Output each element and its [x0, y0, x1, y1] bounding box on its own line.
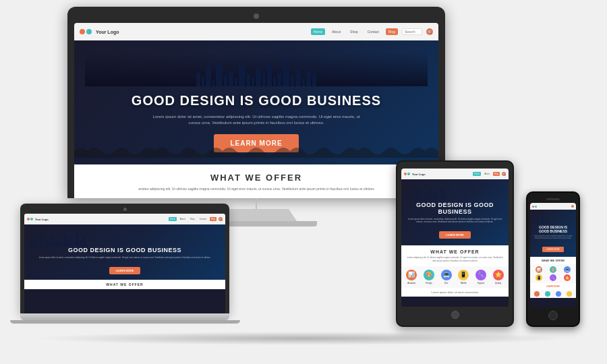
tablet-learn-more-button[interactable]: LEARN MORE [439, 231, 471, 239]
phone-learn-more-button[interactable]: LEARN MORE [542, 247, 564, 252]
monitor-what-we-offer-title: WHAT WE OFFER [85, 173, 428, 183]
phone-icon-design: 🎨 [550, 266, 556, 273]
phone-hero-text: Lorem ipsum dolor sit amet, consectetur … [533, 235, 573, 239]
laptop-nav-blog[interactable]: Blog [210, 217, 216, 221]
nav-shop[interactable]: Shop [347, 28, 361, 35]
laptop-hero-title: GOOD DESIGN IS GOOD BUSINESS [30, 247, 220, 253]
tablet-secondary-text: Lorem ipsum dolor sit amet consectetur [404, 291, 506, 294]
nav-contact[interactable]: Contact [365, 28, 382, 35]
device-shadow [34, 332, 573, 345]
monitor-hero-title: GOOD DESIGN IS GOOD BUSINESS [85, 93, 428, 109]
desktop-monitor: Your Logo Home About Shop Contact Blog 🔍 [67, 7, 445, 226]
phone-sec-icon-1 [534, 291, 540, 297]
nav-about[interactable]: About [329, 28, 343, 35]
laptop-hero-text: Lorem ipsum dolor sit amet, consectetur … [30, 256, 220, 259]
phone-sec-icon-3 [556, 291, 561, 297]
phone-sec-icon-2 [545, 291, 550, 297]
laptop-search-icon[interactable]: 🔍 [219, 217, 223, 221]
tablet-what-we-offer-title: WHAT WE OFFER [407, 249, 503, 254]
phone-support-icon: 🔧 [550, 274, 556, 281]
tablet-logo-teal [407, 173, 410, 175]
tablet-dev-icon: 💻 [441, 270, 452, 280]
tablet-quality-label: Quality [495, 282, 501, 284]
phone-what-we-offer: WHAT WE OFFER [530, 257, 576, 264]
phone-secondary-icons [530, 290, 576, 298]
tablet-home-button[interactable] [451, 311, 459, 319]
phone-search-icon[interactable]: 🔍 [571, 205, 574, 208]
monitor-what-we-offer: WHAT WE OFFER ectetur adipiscing elit. U… [74, 164, 438, 198]
laptop-logo-text: Your Logo [35, 218, 49, 221]
laptop-base [10, 320, 240, 324]
laptop-nav-shop[interactable]: Shop [189, 217, 196, 221]
phone-icon-mobile: 📱 [536, 274, 542, 281]
tablet-body: Your Logo Home About Blog 🔍 [396, 160, 514, 327]
phone-sec-icon-4 [567, 291, 572, 297]
tablet-logo-text: Your Logo [412, 173, 426, 176]
phone-design-icon: 🎨 [550, 266, 556, 273]
phone-logo-teal [535, 206, 537, 208]
laptop-screen: Your Logo Home About Shop Contact Blog 🔍 [24, 214, 225, 313]
laptop-logo-orange [27, 218, 30, 220]
phone-icon-dev: 💻 [564, 266, 571, 273]
laptop-hero: GOOD DESIGN IS GOOD BUSINESS Lorem ipsum… [24, 224, 225, 280]
tablet-design-icon: 🎨 [424, 270, 434, 280]
monitor-hero-text: Lorem ipsum dolor sit amet, consectetur … [148, 114, 364, 126]
tablet-hero-text: Lorem ipsum dolor sit amet, consectetur … [407, 218, 503, 223]
phone-logo [532, 206, 537, 208]
laptop-nav-about[interactable]: About [179, 217, 187, 221]
laptop-learn-more-button[interactable]: LEARN MORE [109, 267, 141, 274]
tablet-quality-icon: ⭐ [493, 270, 504, 280]
search-icon[interactable]: 🔍 [426, 28, 433, 35]
tablet-icon-quality: ⭐ Quality [493, 270, 504, 284]
monitor-camera [254, 13, 259, 19]
tablet-icon-support: 🔧 Support [475, 270, 486, 284]
tablet-support-label: Support [478, 282, 485, 284]
tablet-icon-mobile: 📱 Mobile [458, 270, 469, 284]
tablet-mobile-icon: 📱 [458, 270, 469, 280]
phone-icons-section: 📊 🎨 💻 📱 🔧 [530, 264, 576, 283]
tablet-nav-home[interactable]: Home [473, 172, 481, 176]
laptop-nav-home[interactable]: Home [169, 217, 177, 221]
tablet-nav-blog[interactable]: Blog [493, 172, 500, 176]
phone-screen: 🔍 GOOD DESIGN ISGOOD BUSINESS [530, 203, 576, 307]
tablet-icon-analytics: 📊 Analytics [406, 270, 417, 284]
phone-speaker [546, 198, 560, 200]
monitor-screen: Your Logo Home About Shop Contact Blog 🔍 [74, 23, 438, 198]
phone-quality-icon: ⭐ [564, 274, 571, 281]
laptop-screen-wrapper: Your Logo Home About Shop Contact Blog 🔍 [20, 204, 229, 313]
laptop-nav: Your Logo Home About Shop Contact Blog 🔍 [24, 214, 225, 224]
tablet-icon-dev: 💻 Dev [441, 270, 452, 284]
phone-mobile-icon: 📱 [536, 274, 542, 281]
tablet: Your Logo Home About Blog 🔍 [396, 160, 514, 327]
tablet-icons-section: 📊 Analytics 🎨 Design 💻 Dev 📱 Mobile [401, 266, 509, 288]
monitor-pole [256, 198, 257, 209]
tablet-analytics-label: Analytics [407, 282, 415, 284]
phone: 🔍 GOOD DESIGN ISGOOD BUSINESS [526, 191, 580, 327]
tablet-what-we-offer-text: ectetur adipiscing elit. Ut ultrices sag… [407, 256, 503, 262]
nav-home[interactable]: Home [311, 28, 325, 35]
logo-teal-circle [86, 29, 92, 34]
tablet-screen: Your Logo Home About Blog 🔍 [401, 169, 509, 307]
monitor-what-we-offer-text: ectetur adipiscing elit. Ut ultrices sag… [85, 187, 428, 192]
laptop-nav-contact[interactable]: Contact [198, 217, 208, 221]
logo-orange-circle [80, 29, 85, 34]
monitor-nav: Your Logo Home About Shop Contact Blog 🔍 [74, 23, 438, 40]
phone-home-button[interactable] [548, 311, 558, 320]
phone-icon-quality: ⭐ [564, 274, 571, 281]
tablet-hero-title: GOOD DESIGN IS GOOD BUSINESS [407, 202, 503, 215]
laptop-logo-teal [30, 218, 33, 220]
tablet-secondary-section: Lorem ipsum dolor sit amet consectetur [401, 288, 509, 297]
monitor-logo-text: Your Logo [96, 30, 119, 34]
scene: Your Logo Home About Shop Contact Blog 🔍 [0, 0, 607, 364]
nav-blog[interactable]: Blog [386, 28, 398, 35]
tablet-what-we-offer: WHAT WE OFFER ectetur adipiscing elit. U… [401, 245, 509, 266]
tablet-logo [404, 173, 410, 175]
tablet-nav-about[interactable]: About [483, 172, 491, 176]
phone-nav: 🔍 [530, 203, 576, 210]
monitor-hero: GOOD DESIGN IS GOOD BUSINESS Lorem ipsum… [74, 40, 438, 164]
nav-search-input[interactable] [402, 28, 422, 35]
monitor-learn-more-button[interactable]: LEARN MORE [214, 134, 298, 152]
tablet-search-icon[interactable]: 🔍 [502, 172, 506, 176]
phone-hero: GOOD DESIGN ISGOOD BUSINESS Lorem ipsum … [530, 210, 576, 257]
phone-logo-orange [532, 206, 534, 208]
